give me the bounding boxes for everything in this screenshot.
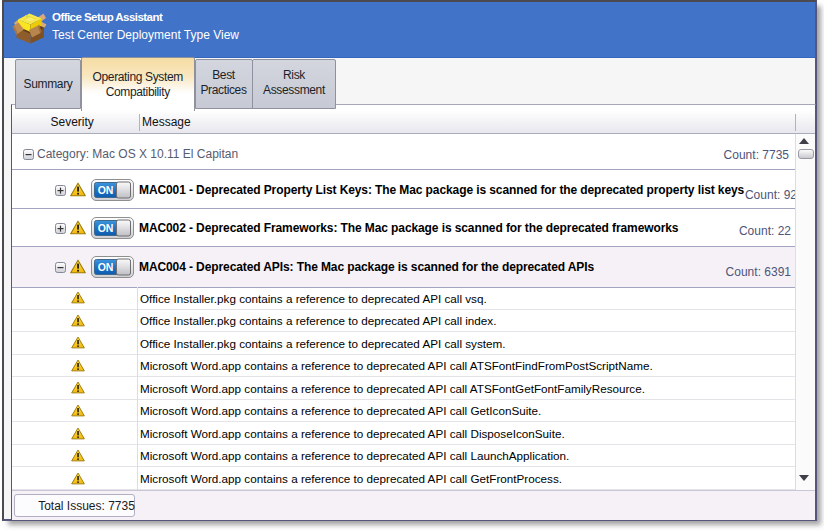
- svg-text:ON: ON: [98, 261, 114, 273]
- svg-text:ON: ON: [98, 222, 114, 234]
- svg-text:ON: ON: [98, 184, 114, 196]
